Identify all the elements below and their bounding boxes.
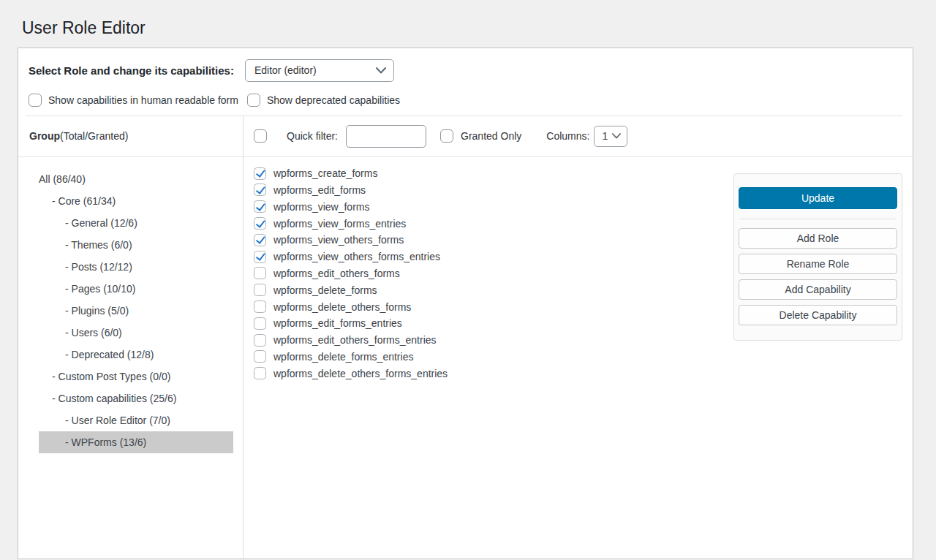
capability-label: wpforms_edit_forms [273,184,366,196]
role-section: Select Role and change its capabilities:… [18,48,913,116]
capability-checkbox[interactable] [254,217,266,230]
capabilities-list: wpforms_create_forms wpforms_edit_forms … [244,157,733,382]
groups-column-header: Group (Total/Granted) [18,116,243,157]
capability-row: wpforms_delete_forms_entries [254,349,733,366]
capability-checkbox[interactable] [254,317,266,330]
capability-row: wpforms_view_forms_entries [254,215,733,232]
show-deprecated-label: Show deprecated capabilities [267,94,400,106]
granted-only-label: Granted Only [461,130,521,142]
page-title: User Role Editor [0,0,936,39]
columns-label: Columns: [546,130,589,142]
granted-only-checkbox[interactable] [440,129,453,143]
capability-row: wpforms_edit_others_forms_entries [254,332,733,349]
quick-filter-label: Quick filter: [287,130,338,142]
select-role-label: Select Role and change its capabilities: [29,64,234,77]
capability-row: wpforms_edit_forms [254,182,733,199]
group-item-wpforms[interactable]: - WPForms (13/6) [39,431,233,453]
capability-checkbox[interactable] [254,183,266,196]
group-item-core[interactable]: - Core (61/34) [39,190,233,212]
human-readable-checkbox[interactable] [29,94,42,107]
human-readable-label: Show capabilities in human readable form [48,94,238,106]
capability-label: wpforms_create_forms [273,167,377,179]
capability-label: wpforms_view_others_forms_entries [273,251,440,262]
group-item-all[interactable]: All (86/40) [39,168,233,190]
capability-checkbox[interactable] [254,300,266,313]
capability-label: wpforms_view_forms_entries [273,218,406,230]
groups-tree: All (86/40) - Core (61/34) - General (12… [18,157,243,453]
user-role-editor-panel: Select Role and change its capabilities:… [18,48,913,559]
capability-checkbox[interactable] [254,251,266,263]
chevron-down-icon [612,133,621,139]
group-item-custom-post-types[interactable]: - Custom Post Types (0/0) [39,366,233,387]
group-item-users[interactable]: - Users (6/0) [39,322,233,344]
capability-row: wpforms_edit_others_forms [254,265,733,282]
capability-label: wpforms_view_forms [273,201,369,213]
capability-row: wpforms_create_forms [254,165,733,182]
capability-checkbox[interactable] [254,267,266,279]
capability-label: wpforms_delete_forms [273,284,377,296]
chevron-down-icon [376,67,386,74]
group-item-general[interactable]: - General (12/6) [39,212,233,234]
add-capability-button[interactable]: Add Capability [739,279,897,300]
capability-row: wpforms_edit_forms_entries [254,315,733,332]
group-header-bold: Group [29,130,60,142]
capability-row: wpforms_delete_others_forms [254,298,733,315]
columns-select-value: 1 [602,130,608,142]
capability-label: wpforms_delete_others_forms [273,301,411,313]
capability-checkbox[interactable] [254,167,266,180]
capability-checkbox[interactable] [254,284,266,296]
capability-label: wpforms_edit_others_forms_entries [273,334,437,346]
capability-checkbox[interactable] [254,200,266,213]
capability-label: wpforms_view_others_forms [273,234,404,246]
group-item-deprecated[interactable]: - Deprecated (12/8) [39,344,233,366]
add-role-button[interactable]: Add Role [739,228,897,249]
capability-label: wpforms_delete_others_forms_entries [273,368,448,379]
capability-label: wpforms_edit_forms_entries [273,317,402,329]
group-item-posts[interactable]: - Posts (12/12) [39,256,233,278]
actions-divider [740,219,896,219]
groups-column: Group (Total/Granted) All (86/40) - Core… [18,116,244,559]
group-item-user-role-editor[interactable]: - User Role Editor (7/0) [39,409,233,431]
capability-checkbox[interactable] [254,350,266,363]
capability-label: wpforms_delete_forms_entries [273,351,413,363]
capabilities-column: Quick filter: Granted Only Columns: 1 wp… [244,116,913,559]
update-button[interactable]: Update [739,187,897,209]
group-header-rest: (Total/Granted) [60,130,128,142]
capability-label: wpforms_edit_others_forms [273,268,400,279]
capability-row: wpforms_delete_forms [254,281,733,298]
delete-capability-button[interactable]: Delete Capability [739,305,897,325]
select-all-checkbox[interactable] [254,129,267,143]
capability-checkbox[interactable] [254,234,266,246]
rename-role-button[interactable]: Rename Role [739,254,897,274]
group-item-custom-capabilities[interactable]: - Custom capabilities (25/6) [39,387,233,409]
filter-bar: Quick filter: Granted Only Columns: 1 [244,116,913,157]
capability-row: wpforms_delete_others_forms_entries [254,365,733,382]
capability-checkbox[interactable] [254,367,266,379]
quick-filter-input[interactable] [346,125,426,148]
role-select-value: Editor (editor) [254,64,317,76]
show-deprecated-checkbox[interactable] [247,94,260,107]
group-item-plugins[interactable]: - Plugins (5/0) [39,300,233,322]
capability-row: wpforms_view_forms [254,198,733,215]
role-select[interactable]: Editor (editor) [245,59,394,82]
group-item-themes[interactable]: - Themes (6/0) [39,234,233,256]
columns-select[interactable]: 1 [594,126,627,147]
capability-row: wpforms_view_others_forms_entries [254,249,733,265]
group-item-pages[interactable]: - Pages (10/10) [39,278,233,300]
actions-panel: Update Add Role Rename Role Add Capabili… [733,173,902,341]
capability-row: wpforms_view_others_forms [254,232,733,249]
capability-checkbox[interactable] [254,334,266,347]
